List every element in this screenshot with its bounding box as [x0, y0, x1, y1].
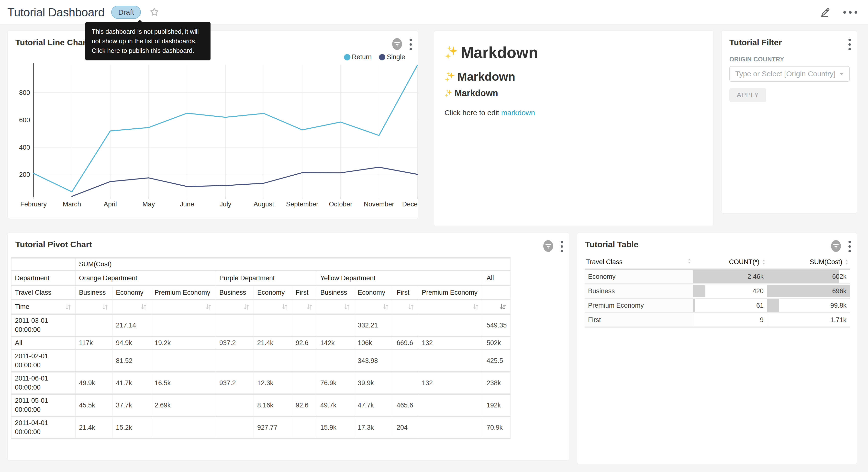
pivot-department-header: Yellow Department — [317, 271, 483, 286]
column-header-sum[interactable]: SUM(Cost) — [767, 255, 850, 269]
pivot-value-cell: 49.7k — [317, 394, 354, 416]
panel-header-icons — [392, 37, 414, 52]
pivot-value-cell — [75, 350, 113, 372]
pivot-time-cell: 2011-04-0100:00:00 — [11, 416, 75, 439]
chart-options-icon[interactable] — [846, 37, 853, 52]
pivot-value-cell: 192k — [483, 394, 510, 416]
sort-icon[interactable] — [382, 303, 390, 311]
pivot-time-cell: 2011-06-0100:00:00 — [11, 372, 75, 394]
pivot-sort-cell — [254, 300, 292, 314]
pivot-value-cell — [292, 416, 317, 439]
pivot-value-cell: 669.6 — [393, 336, 418, 350]
pivot-class-header: Premium Economy — [418, 286, 483, 300]
table-row: Economy 2.46k 602k — [585, 269, 850, 284]
column-header-count[interactable]: COUNT(*) — [693, 255, 767, 269]
cell-bar — [767, 270, 839, 283]
pivot-value-cell: 937.2 — [216, 372, 254, 394]
sort-icon[interactable] — [472, 303, 479, 311]
table-row: Business 420 696k — [585, 284, 850, 298]
pivot-value-cell: 106k — [354, 336, 393, 350]
svg-text:May: May — [142, 201, 155, 208]
sort-icon[interactable] — [101, 303, 109, 311]
count-cell: 2.46k — [693, 269, 767, 284]
page-title: Tutorial Dashboard — [7, 6, 104, 19]
filter-badge-icon[interactable] — [392, 38, 403, 51]
pivot-value-cell — [216, 350, 254, 372]
pivot-value-cell — [317, 314, 354, 336]
chart-options-icon[interactable] — [559, 239, 565, 254]
sum-cell: 99.8k — [767, 298, 850, 313]
edit-markdown-link[interactable]: markdown — [501, 109, 535, 117]
pivot-value-cell: 37.7k — [113, 394, 151, 416]
table-row: First 9 1.71k — [585, 313, 850, 327]
sort-icon[interactable] — [205, 303, 212, 311]
line-chart-plot[interactable]: FebruaryMarchAprilMayJuneJulyAugustSepte… — [18, 60, 418, 216]
markdown-h1: Markdown — [444, 43, 538, 62]
svg-text:June: June — [180, 201, 194, 208]
table-row: Premium Economy 61 99.8k — [585, 298, 850, 313]
pivot-sort-cell — [418, 300, 483, 314]
tooltip-line: This dashboard is not published, it will — [92, 27, 204, 36]
cell-bar — [767, 299, 779, 312]
pivot-class-header: Premium Economy — [151, 286, 216, 300]
tooltip-line: not show up in the list of dashboards. — [92, 36, 204, 46]
sort-icon[interactable] — [343, 303, 351, 311]
pivot-time-cell: 2011-02-0100:00:00 — [11, 350, 75, 372]
pivot-class-header: Business — [75, 286, 113, 300]
apply-button[interactable]: APPLY — [730, 88, 766, 102]
sort-icon[interactable] — [140, 303, 148, 311]
pivot-row: 2011-05-0100:00:0045.5k37.7k2.69k8.16k92… — [11, 394, 510, 416]
pivot-value-cell: 92.6 — [292, 394, 317, 416]
sort-icon[interactable] — [407, 303, 415, 311]
status-badge[interactable]: Draft — [111, 6, 141, 19]
sort-caret-icon — [687, 258, 691, 264]
pivot-value-cell: 15.9k — [317, 416, 354, 439]
markdown-paragraph: Click here to edit markdown — [444, 109, 535, 117]
svg-text:February: February — [20, 201, 47, 208]
pivot-row: 2011-03-0100:00:00217.14332.21549.35 — [11, 314, 510, 336]
svg-text:August: August — [253, 201, 274, 208]
pivot-value-cell: 8.16k — [254, 394, 292, 416]
panel-line-chart: Tutorial Line Chart Return Single — [7, 31, 418, 219]
column-header-travel-class[interactable]: Travel Class — [585, 255, 693, 269]
edit-pencil-icon[interactable] — [818, 5, 831, 19]
more-menu-icon[interactable] — [841, 9, 859, 16]
pivot-value-cell: 94.9k — [113, 336, 151, 350]
pivot-value-cell: 16.5k — [151, 372, 216, 394]
pivot-row: All117k94.9k19.2k937.221.4k92.6142k106k6… — [11, 336, 510, 350]
sort-icon[interactable] — [281, 303, 288, 311]
svg-text:400: 400 — [19, 144, 30, 151]
pivot-corner-cell — [11, 258, 75, 271]
pivot-value-cell: 217.14 — [113, 314, 151, 336]
favorite-star-icon[interactable] — [149, 7, 160, 18]
pivot-sort-cell — [483, 300, 510, 314]
chart-options-icon[interactable] — [846, 239, 853, 254]
pivot-table: SUM(Cost)DepartmentOrange DepartmentPurp… — [11, 257, 510, 439]
dashboard-header: Tutorial Dashboard Draft — [0, 0, 868, 25]
filter-badge-icon[interactable] — [542, 240, 554, 253]
pivot-value-cell: 343.98 — [354, 350, 393, 372]
panel-header-icons — [542, 239, 565, 254]
sort-icon[interactable] — [65, 303, 72, 311]
sum-cell: 696k — [767, 284, 850, 298]
panel-header-icons — [846, 37, 853, 52]
tooltip-line: Click here to publish this dashboard. — [92, 46, 204, 56]
pivot-class-header: Business — [317, 286, 354, 300]
filter-badge-icon[interactable] — [830, 240, 842, 253]
pivot-value-cell: 76.9k — [317, 372, 354, 394]
chart-options-icon[interactable] — [408, 37, 414, 52]
svg-text:200: 200 — [19, 171, 30, 178]
pivot-sort-cell — [292, 300, 317, 314]
pivot-class-header — [483, 286, 510, 300]
pivot-value-cell: 45.5k — [75, 394, 113, 416]
panel-markdown: Markdown Markdown Markdown Click here to… — [434, 31, 713, 226]
pivot-value-cell — [317, 350, 354, 372]
pivot-sort-cell — [113, 300, 151, 314]
sort-desc-icon[interactable] — [499, 303, 507, 311]
sort-icon[interactable] — [243, 303, 250, 311]
pivot-row: 2011-04-0100:00:0021.4k15.2k927.7715.9k1… — [11, 416, 510, 439]
sort-icon[interactable] — [306, 303, 313, 311]
sparkles-icon — [444, 89, 453, 97]
origin-country-select[interactable]: Type or Select [Origin Country] — [730, 66, 850, 82]
pivot-value-cell: 425.5 — [483, 350, 510, 372]
